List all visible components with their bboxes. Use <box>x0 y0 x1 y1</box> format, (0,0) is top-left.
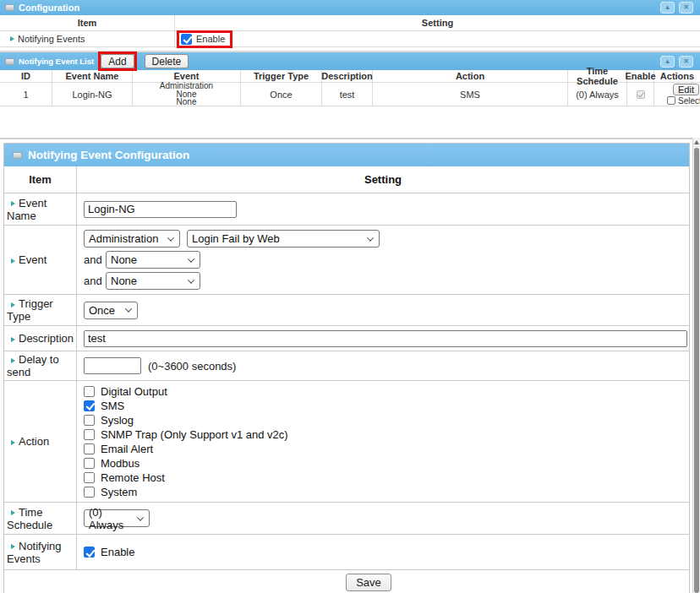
panel-window-buttons: ▴ ✕ <box>660 56 695 68</box>
action-option-snmp-trap: SNMP Trap (Only Support v1 and v2c) <box>84 427 288 442</box>
time-schedule-row: Time Schedule (0) Always <box>4 503 689 535</box>
collapse-icon[interactable]: ▴ <box>660 2 675 14</box>
syslog-checkbox[interactable] <box>84 415 95 426</box>
event-type-select[interactable]: Login Fail by Web <box>187 230 380 248</box>
action-option-remote-host: Remote Host <box>84 471 165 485</box>
label-wrap: Time Schedule <box>7 506 74 531</box>
notifying-event-list-panel: Notifying Event List Add Delete ▴ ✕ ID E… <box>0 52 700 106</box>
label-wrap: Trigger Type <box>7 297 74 323</box>
modbus-checkbox[interactable] <box>84 458 95 469</box>
chevron-down-icon <box>125 305 132 312</box>
event-select-line-3: and None <box>84 272 200 290</box>
delete-button[interactable]: Delete <box>145 54 189 68</box>
email-alert-checkbox[interactable] <box>84 443 95 454</box>
label-wrap: Event Name <box>7 197 74 222</box>
collapse-icon[interactable]: ▴ <box>660 56 675 68</box>
cell-enable <box>627 83 654 106</box>
column-header-event-name: Event Name <box>52 70 133 82</box>
cell-time-schedule: (0) Always <box>568 83 627 106</box>
notifying-events-enable-checkbox[interactable] <box>181 34 192 45</box>
snmp-trap-checkbox[interactable] <box>84 429 95 440</box>
notifying-event-configuration-dialog: Notifying Event Configuration Item Setti… <box>3 143 690 593</box>
configuration-table-header: Item Setting <box>0 15 700 31</box>
action-row: Action Digital Output SMS Syslog SNMP T <box>4 381 689 503</box>
event-and-select-2[interactable]: None <box>106 272 200 290</box>
label-wrap: Description <box>7 332 74 345</box>
action-option-syslog: Syslog <box>84 413 134 427</box>
notifying-events-label: Notifying Events <box>18 34 85 44</box>
action-option-email-alert: Email Alert <box>84 442 153 456</box>
event-label: Event <box>19 253 46 266</box>
notifying-events-label-cell: Notifying Events <box>4 535 77 569</box>
close-icon[interactable]: ✕ <box>679 2 693 14</box>
option-label: Syslog <box>101 414 134 427</box>
description-label: Description <box>19 332 74 345</box>
description-label-cell: Description <box>4 326 77 351</box>
cell-action: SMS <box>373 83 568 106</box>
action-option-sms: SMS <box>84 399 124 413</box>
event-list-table-header: ID Event Name Event Trigger Type Descrip… <box>0 70 700 83</box>
event-name-label-cell: Event Name <box>4 193 77 225</box>
bullet-icon <box>11 440 15 445</box>
dialog-table-header: Item Setting <box>4 166 689 193</box>
column-header-trigger-type: Trigger Type <box>241 70 322 82</box>
action-label: Action <box>19 435 49 448</box>
option-label: Digital Output <box>101 385 167 398</box>
time-schedule-label: Time Schedule <box>7 506 52 531</box>
event-and-select-1[interactable]: None <box>106 251 200 269</box>
delay-setting-cell: (0~3600 seconds) <box>77 351 689 380</box>
scrollbar-thumb[interactable] <box>694 148 699 593</box>
scrollbar-up-icon[interactable] <box>693 138 700 147</box>
trigger-type-select[interactable]: Once <box>84 302 138 319</box>
column-header-setting: Setting <box>77 166 689 193</box>
column-header-action: Action <box>373 70 568 82</box>
action-label-cell: Action <box>4 381 77 502</box>
event-name-input[interactable] <box>84 201 237 218</box>
red-highlight-box: Enable <box>177 30 232 48</box>
cell-id: 1 <box>0 83 52 106</box>
panel-icon <box>5 58 14 65</box>
notifying-events-setting-cell: Enable <box>77 535 689 569</box>
add-button[interactable]: Add <box>101 54 134 68</box>
dialog-header: Notifying Event Configuration <box>4 144 689 166</box>
red-highlight-box: Add <box>98 52 136 71</box>
bullet-icon <box>11 258 15 264</box>
action-option-modbus: Modbus <box>84 456 139 471</box>
notifying-events-label-cell: Notifying Events <box>0 31 175 46</box>
trigger-type-label: Trigger Type <box>7 297 53 323</box>
vertical-scrollbar[interactable] <box>692 138 700 593</box>
label-wrap: Action <box>7 435 49 448</box>
panel-icon <box>13 152 22 159</box>
remote-host-checkbox[interactable] <box>84 472 95 483</box>
save-button[interactable]: Save <box>346 574 391 591</box>
event-select-line-2: and None <box>84 251 200 269</box>
event-name-label: Event Name <box>7 197 46 222</box>
delay-input[interactable] <box>84 357 141 374</box>
delay-label: Delay to send <box>7 353 59 378</box>
bullet-icon <box>11 302 15 307</box>
action-setting-cell: Digital Output SMS Syslog SNMP Trap (Onl… <box>77 381 689 502</box>
description-input[interactable] <box>84 330 687 347</box>
trigger-type-setting-cell: Once <box>77 295 689 325</box>
time-schedule-select[interactable]: (0) Always <box>84 509 150 527</box>
column-header-setting: Setting <box>175 15 700 30</box>
option-label: Modbus <box>101 457 139 470</box>
event-category-select[interactable]: Administration <box>84 230 180 248</box>
digital-output-checkbox[interactable] <box>84 386 95 397</box>
dialog-enable-checkbox[interactable] <box>84 547 95 558</box>
system-checkbox[interactable] <box>84 487 95 498</box>
cell-actions: Edit Select <box>654 83 700 106</box>
close-icon[interactable]: ✕ <box>679 56 693 68</box>
time-schedule-setting-cell: (0) Always <box>77 503 689 534</box>
sms-checkbox[interactable] <box>84 400 95 411</box>
trigger-type-label-cell: Trigger Type <box>4 295 77 325</box>
chevron-down-icon <box>188 255 194 262</box>
event-and-value-1: None <box>111 253 137 266</box>
bullet-icon <box>11 544 15 549</box>
panel-icon <box>5 4 14 11</box>
edit-button[interactable]: Edit <box>673 84 699 95</box>
select-row-checkbox[interactable] <box>667 96 675 105</box>
content-divider <box>0 138 692 139</box>
event-name-setting-cell <box>77 193 689 225</box>
row-enable-checkbox <box>637 90 645 99</box>
